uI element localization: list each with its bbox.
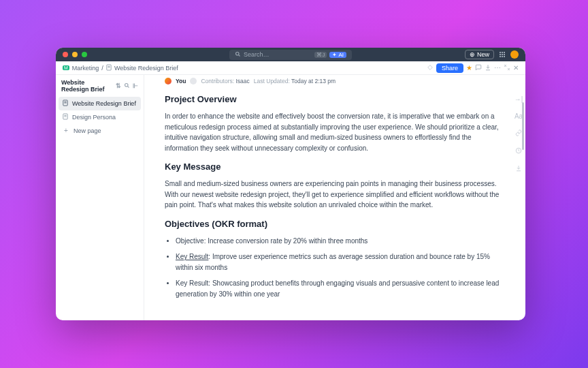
close-window-button[interactable] bbox=[63, 52, 68, 57]
svg-point-0 bbox=[236, 52, 240, 55]
toggle-sidebar-icon[interactable]: ⊩ bbox=[133, 82, 138, 89]
doc-icon bbox=[63, 113, 68, 121]
author-avatar[interactable] bbox=[165, 78, 172, 85]
paragraph-overview: In order to enhance the website and effe… bbox=[165, 111, 505, 153]
body: Website Redesign Brief ⇅ ⊩ Website Redes… bbox=[56, 75, 525, 320]
key-result-item: Key Result: Improve user experience metr… bbox=[176, 251, 505, 273]
search-icon bbox=[235, 51, 241, 59]
contributors-label: Contributors: bbox=[201, 78, 234, 85]
doc-icon bbox=[63, 99, 68, 108]
more-icon[interactable]: ⋯ bbox=[494, 64, 501, 72]
heading-key-message: Key Message bbox=[165, 162, 505, 172]
app-window: Search… ⌘J ✦ AI ⊕ New M Marketing / Webs… bbox=[56, 48, 525, 320]
sparkle-icon: ✦ bbox=[332, 52, 337, 58]
collapse-icon[interactable] bbox=[504, 64, 510, 72]
apps-grid-icon[interactable] bbox=[500, 52, 505, 57]
breadcrumb-separator: / bbox=[101, 65, 103, 72]
sidebar-item-label: Website Redesign Brief bbox=[72, 100, 136, 107]
contributors-icon bbox=[190, 78, 197, 85]
rail-text-icon[interactable]: Aa bbox=[514, 112, 523, 120]
share-button[interactable]: Share bbox=[436, 63, 463, 73]
star-icon[interactable]: ★ bbox=[466, 64, 472, 72]
breadcrumb-workspace[interactable]: Marketing bbox=[72, 65, 99, 72]
heading-objectives: Objectives (OKR format) bbox=[165, 219, 505, 229]
sidebar-title-row: Website Redesign Brief ⇅ ⊩ bbox=[56, 75, 144, 97]
rail-clock-icon[interactable] bbox=[515, 147, 522, 155]
user-avatar[interactable] bbox=[510, 50, 519, 59]
ai-button[interactable]: ✦ AI bbox=[329, 52, 346, 58]
plus-icon: ⊕ bbox=[470, 51, 475, 58]
svg-line-6 bbox=[128, 86, 129, 87]
doc-icon bbox=[106, 64, 112, 72]
search-page-icon[interactable] bbox=[124, 82, 130, 90]
objectives-list: Objective: Increase conversion rate by 2… bbox=[165, 236, 505, 300]
maximize-window-button[interactable] bbox=[82, 52, 87, 57]
new-page-label: New page bbox=[74, 127, 101, 134]
rail-export-icon[interactable] bbox=[515, 165, 522, 173]
activity-icon[interactable]: ⇅ bbox=[116, 82, 121, 89]
heading-project-overview: Project Overview bbox=[165, 94, 505, 104]
rail-collapse-icon[interactable]: →| bbox=[514, 95, 523, 103]
window-controls bbox=[63, 52, 87, 57]
minimize-window-button[interactable] bbox=[72, 52, 78, 57]
new-button[interactable]: ⊕ New bbox=[465, 50, 494, 59]
sidebar-item-design-persona[interactable]: Design Persona bbox=[59, 110, 141, 124]
contributors-value[interactable]: Isaac bbox=[235, 78, 249, 85]
download-icon[interactable] bbox=[485, 64, 491, 72]
sidebar-list: Website Redesign Brief Design Persona + … bbox=[56, 97, 144, 137]
search-placeholder: Search… bbox=[244, 51, 312, 58]
key-result-text: : Improve user experience metrics such a… bbox=[176, 253, 490, 271]
new-page-button[interactable]: + New page bbox=[59, 124, 141, 137]
objective-item: Objective: Increase conversion rate by 2… bbox=[176, 236, 505, 247]
breadcrumb-bar: M Marketing / Website Redesign Brief Sha… bbox=[56, 61, 525, 75]
key-result-item: Key Result: Showcasing product benefits … bbox=[176, 278, 505, 299]
updated-value: Today at 2:13 pm bbox=[291, 78, 336, 85]
doc-meta: You Contributors: Isaac Last Updated: To… bbox=[165, 78, 505, 85]
author-you: You bbox=[176, 78, 186, 85]
svg-point-5 bbox=[125, 83, 129, 87]
workspace-badge-icon: M bbox=[63, 65, 69, 70]
tag-icon[interactable] bbox=[427, 64, 434, 72]
updated-label: Last Updated: bbox=[254, 78, 290, 85]
search-shortcut: ⌘J bbox=[314, 52, 327, 58]
sidebar: Website Redesign Brief ⇅ ⊩ Website Redes… bbox=[56, 75, 144, 320]
titlebar: Search… ⌘J ✦ AI ⊕ New bbox=[56, 48, 525, 61]
sidebar-item-website-redesign-brief[interactable]: Website Redesign Brief bbox=[59, 97, 141, 110]
new-label: New bbox=[477, 51, 489, 58]
search-input[interactable]: Search… ⌘J ✦ AI bbox=[229, 50, 352, 60]
rail-link-icon[interactable] bbox=[515, 129, 522, 138]
titlebar-right: ⊕ New bbox=[465, 50, 519, 59]
breadcrumb-doc[interactable]: Website Redesign Brief bbox=[114, 65, 178, 72]
comment-icon[interactable] bbox=[475, 64, 482, 72]
sidebar-item-label: Design Persona bbox=[72, 114, 116, 121]
plus-icon: + bbox=[63, 127, 69, 134]
right-rail: →| Aa bbox=[512, 95, 525, 173]
close-icon[interactable]: ✕ bbox=[513, 64, 519, 72]
ai-label: AI bbox=[338, 52, 344, 58]
document-content[interactable]: You Contributors: Isaac Last Updated: To… bbox=[144, 75, 525, 320]
key-result-label: Key Result bbox=[176, 253, 208, 260]
svg-line-1 bbox=[239, 55, 240, 56]
sidebar-title: Website Redesign Brief bbox=[61, 79, 113, 93]
paragraph-key-message: Small and medium-sized business owners a… bbox=[165, 179, 505, 211]
